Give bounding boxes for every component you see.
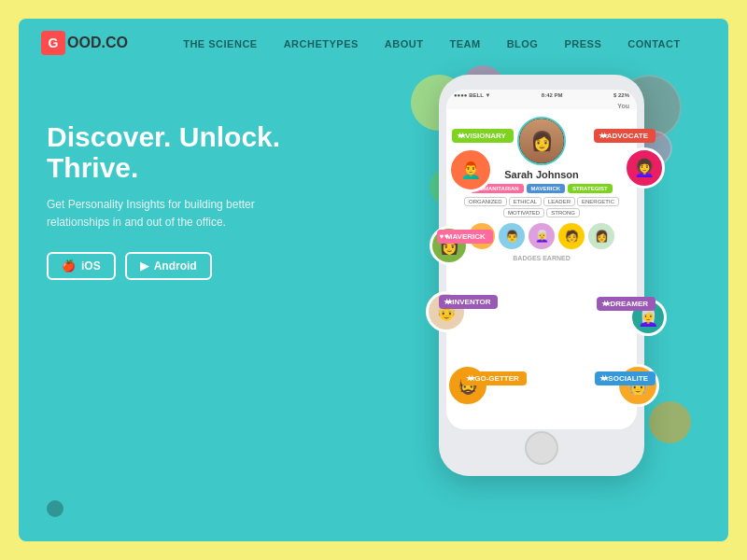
nav-item-archetypes[interactable]: ARCHETYPES: [284, 35, 359, 51]
float-avatar-5: 👩‍🦱: [624, 147, 665, 189]
avatar-face: 👩: [519, 119, 564, 163]
badges-earned-label: BADGES EARNED: [513, 255, 570, 261]
you-label: You: [617, 103, 629, 109]
trait-tags: ORGANIZED ETHICAL LEADER ENERGETIC MOTIV…: [454, 197, 629, 217]
float-avatar-1: 👨‍🦰: [448, 147, 493, 192]
small-avatar-2: 👨: [499, 223, 525, 249]
float-avatar-4: 🧔: [446, 364, 489, 407]
trait-organized: ORGANIZED: [464, 197, 507, 206]
label-inventor: ★ ★ INVENTOR: [439, 295, 498, 309]
logo-text: OOD.CO: [67, 35, 128, 51]
trait-leader: LEADER: [543, 197, 575, 206]
phone-home-button[interactable]: [525, 431, 558, 465]
archetype-maverick: MAVERICK: [527, 184, 566, 193]
nav-item-contact[interactable]: CONTACT: [627, 35, 680, 51]
trait-strong: STRONG: [546, 208, 580, 217]
hero-subtitle: Get Personality Insights for building be…: [47, 196, 289, 231]
label-advocate: ★ ★ ADVOCATE: [594, 129, 655, 143]
archetype-strategist: STRATEGIST: [568, 184, 613, 193]
nav-links: THE SCIENCE ARCHETYPES ABOUT TEAM BLOG P…: [158, 35, 706, 51]
hero-buttons: 🍎 iOS ▶ Android: [47, 252, 289, 280]
small-avatar-3: 👩‍🦳: [529, 223, 555, 249]
ios-button[interactable]: 🍎 iOS: [47, 252, 116, 280]
label-dreamer: ★ ★ DREAMER: [597, 297, 655, 311]
hero-title: Discover. Unlock. Thrive.: [47, 121, 289, 183]
logo[interactable]: G OOD.CO: [41, 31, 128, 55]
float-avatar-7: 🧓: [616, 364, 659, 407]
label-visionary: ★ ★ VISIONARY: [452, 129, 514, 143]
nav-item-the-science[interactable]: THE SCIENCE: [183, 35, 257, 51]
navbar: G OOD.CO THE SCIENCE ARCHETYPES ABOUT TE…: [19, 19, 728, 67]
small-avatar-4: 🧑: [558, 223, 585, 249]
screen-status-bar: ●●●● BELL ▼ 8:42 PM $ 22%: [446, 90, 637, 101]
nav-item-press[interactable]: PRESS: [564, 35, 601, 51]
label-maverick: ♥ ♥ MAVERICK: [437, 230, 493, 244]
profile-name: Sarah Johnson: [504, 169, 578, 180]
trait-ethical: ETHICAL: [509, 197, 542, 206]
logo-g-icon: G: [41, 31, 65, 55]
archetype-tags: HUMANITARIAN MAVERICK STRATEGIST: [471, 184, 612, 193]
android-button[interactable]: ▶ Android: [125, 252, 212, 280]
trait-energetic: ENERGETIC: [577, 197, 619, 206]
nav-item-team[interactable]: TEAM: [449, 35, 480, 51]
phone-container: ★ ★ VISIONARY ♥ ♥ MAVERICK ★ ★ INVENTOR …: [411, 47, 672, 504]
nav-item-blog[interactable]: BLOG: [507, 35, 539, 51]
bottom-decorative-dot: [47, 500, 63, 517]
label-socialite: ★ ★ SOCIALITE: [595, 371, 655, 385]
small-avatar-5: 👩: [588, 223, 614, 249]
page-wrapper: G OOD.CO THE SCIENCE ARCHETYPES ABOUT TE…: [19, 19, 728, 541]
profile-avatar: 👩: [517, 117, 566, 165]
trait-motivated: MOTIVATED: [503, 208, 544, 217]
apple-icon: 🍎: [62, 259, 76, 273]
play-icon: ▶: [140, 259, 148, 273]
label-go-getter: ★ ★ GO-GETTER: [461, 371, 527, 385]
nav-item-about[interactable]: ABOUT: [385, 35, 424, 51]
hero-section: Discover. Unlock. Thrive. Get Personalit…: [47, 121, 289, 280]
